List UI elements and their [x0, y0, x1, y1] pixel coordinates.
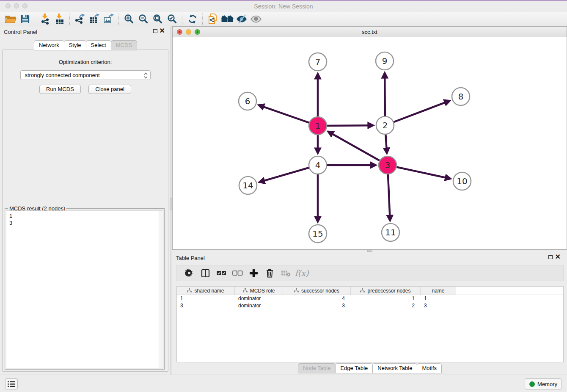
app-titlebar: Session: New Session [0, 0, 567, 12]
mcds-result-group: MCDS result (2 nodes) 13 [5, 208, 165, 370]
hide-selected-icon[interactable] [234, 13, 249, 25]
table-tabbar: Node TableEdge TableNetwork TableMotifs [172, 363, 567, 373]
table-cell[interactable]: dominator [235, 302, 283, 309]
window-top-accent [0, 0, 567, 1]
toolbar-separator [69, 14, 70, 25]
table-cell[interactable]: 1 [421, 295, 456, 302]
table-cell[interactable]: 3 [177, 302, 235, 309]
memory-status-icon [529, 381, 535, 387]
table-cell[interactable]: dominator [235, 295, 283, 302]
graph-edge-3-10[interactable] [388, 165, 450, 179]
function-builder-icon: f(x) [295, 267, 308, 279]
import-network-icon[interactable] [38, 13, 52, 25]
table-row[interactable]: 3dominator323 [177, 302, 563, 309]
table-row[interactable]: 1dominator411 [177, 295, 563, 302]
tab-motifs[interactable]: Motifs [417, 363, 442, 373]
toggle-columns-icon[interactable] [199, 267, 212, 279]
run-mcds-button[interactable]: Run MCDS [39, 85, 81, 94]
select-stepper-icon [144, 72, 148, 80]
graph-node-label: 4 [315, 160, 321, 170]
tab-node-table[interactable]: Node Table [298, 363, 336, 373]
graph-node-label: 11 [385, 227, 396, 237]
tab-style[interactable]: Style [64, 40, 86, 50]
table-cell[interactable]: 1 [177, 295, 235, 302]
network-graph[interactable]: 1234678910111415 [173, 37, 567, 249]
column-header-shared-name[interactable]: shared name [177, 287, 235, 295]
delete-table-icon [279, 267, 292, 279]
show-all-icon[interactable] [249, 13, 263, 25]
column-header-label: successor nodes [301, 288, 339, 294]
mcds-result-list[interactable]: 13 [6, 210, 163, 368]
column-header-MCDS-role[interactable]: MCDS role [235, 287, 283, 295]
table-cell[interactable]: 3 [421, 302, 456, 309]
export-image-icon[interactable] [102, 13, 116, 25]
tab-edge-table[interactable]: Edge Table [335, 363, 373, 373]
sort-hierarchy-icon [187, 288, 192, 294]
table-toolbar: f(x) [176, 265, 564, 281]
table-cell[interactable]: 1 [351, 295, 421, 302]
column-header-successor-nodes[interactable]: successor nodes [283, 287, 351, 295]
export-table-icon[interactable] [87, 13, 102, 25]
control-panel-tabbar: NetworkStyleSelectMCDS [0, 40, 171, 50]
graph-node-label: 15 [312, 229, 323, 239]
import-table-icon[interactable] [52, 13, 67, 25]
splitter-grip[interactable] [367, 250, 372, 252]
home-icon[interactable] [220, 13, 234, 25]
node-table: shared nameMCDS rolesuccessor nodesprede… [176, 286, 564, 362]
column-header-name[interactable]: name [421, 287, 456, 295]
graph-node-label: 1 [315, 121, 321, 131]
optimization-criterion-label: Optimization criterion: [3, 59, 168, 65]
tab-mcds[interactable]: MCDS [111, 40, 137, 50]
graph-node-label: 6 [245, 96, 250, 106]
toolbar-separator [118, 14, 119, 25]
criterion-select[interactable]: strongly connected component [20, 70, 151, 80]
control-panel-title: Control Panel [4, 29, 37, 35]
open-file-icon[interactable] [3, 13, 18, 25]
select-all-icon[interactable] [215, 267, 228, 279]
table-panel: Table Panel ✕ f(x) shared nameMCDS roles… [172, 252, 567, 375]
mcds-result-node: 1 [6, 212, 163, 219]
tab-network-table[interactable]: Network Table [372, 363, 417, 373]
sort-hierarchy-icon [294, 288, 299, 294]
close-panel-icon[interactable]: ✕ [555, 253, 561, 261]
list-icon [8, 381, 15, 387]
toolbar-separator [35, 14, 36, 25]
tab-network[interactable]: Network [34, 40, 64, 50]
float-panel-icon[interactable] [153, 29, 157, 33]
table-settings-icon[interactable] [183, 267, 195, 279]
table-cell[interactable]: 2 [351, 302, 421, 309]
tab-select[interactable]: Select [86, 40, 111, 50]
network-canvas[interactable]: 1234678910111415 [173, 37, 567, 249]
column-header-label: shared name [194, 288, 224, 294]
result-scrollbar[interactable] [159, 211, 163, 368]
graph-edge-3-1[interactable] [328, 132, 388, 165]
column-header-predecessor-nodes[interactable]: predecessor nodes [351, 287, 421, 295]
delete-icon[interactable] [263, 267, 276, 279]
add-icon[interactable] [247, 267, 260, 279]
graph-node-label: 9 [382, 56, 388, 66]
close-panel-button[interactable]: Close panel [88, 85, 131, 94]
export-network-icon[interactable] [73, 13, 87, 25]
graph-node-label: 7 [315, 57, 321, 67]
graph-node-label: 10 [457, 176, 467, 186]
clone-network-icon[interactable] [206, 13, 220, 25]
table-cell[interactable]: 3 [283, 302, 351, 309]
zoom-out-icon[interactable] [136, 13, 151, 25]
table-cell[interactable]: 4 [283, 295, 351, 302]
deselect-all-icon[interactable] [231, 267, 244, 279]
task-history-button[interactable] [5, 378, 18, 389]
column-header-label: predecessor nodes [367, 288, 410, 294]
save-session-icon[interactable] [18, 13, 32, 25]
memory-button[interactable]: Memory [525, 378, 562, 389]
toolbar-separator [182, 14, 183, 25]
float-panel-icon[interactable] [548, 255, 553, 259]
network-window-titlebar[interactable]: × – + scc.txt [173, 27, 567, 38]
close-panel-icon[interactable]: ✕ [160, 27, 165, 35]
zoom-selected-icon[interactable] [165, 13, 179, 25]
graph-edge-2-8[interactable] [385, 101, 449, 125]
zoom-fit-icon[interactable] [151, 13, 165, 25]
zoom-in-icon[interactable] [122, 13, 136, 25]
graph-node-label: 8 [458, 91, 464, 102]
refresh-layout-icon[interactable] [185, 13, 200, 25]
mcds-result-node: 3 [6, 219, 163, 226]
